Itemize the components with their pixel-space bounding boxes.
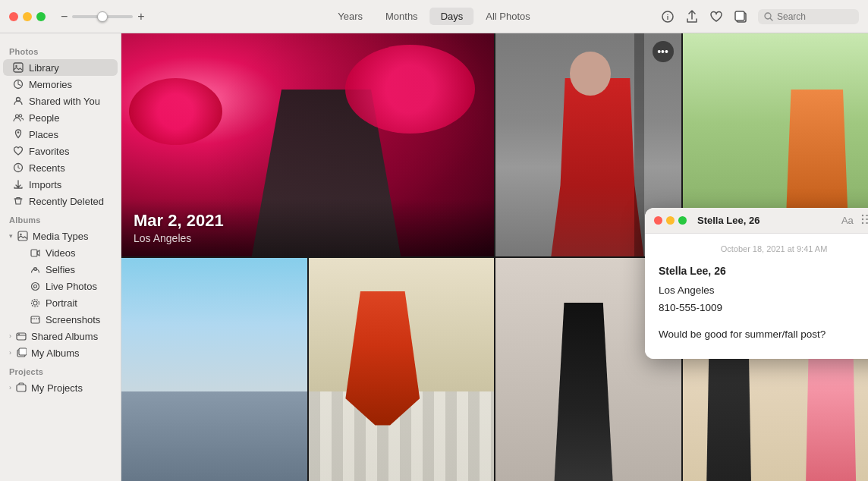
close-button[interactable] [9, 12, 18, 21]
tab-months[interactable]: Months [375, 8, 429, 25]
more-options-button[interactable]: ••• [653, 41, 674, 62]
search-box[interactable] [758, 9, 859, 24]
sidebar-item-shared-with-you[interactable]: Shared with You [3, 93, 118, 109]
svg-point-7 [15, 65, 17, 67]
sidebar-item-favorites[interactable]: Favorites [3, 143, 118, 159]
note-city: Los Angeles [659, 282, 868, 300]
photo-bottom-2[interactable] [309, 258, 495, 481]
traffic-lights [9, 12, 46, 21]
tab-years[interactable]: Years [327, 8, 373, 25]
share-icon[interactable] [685, 10, 699, 24]
selfies-label: Selfies [46, 264, 75, 275]
sidebar-item-imports[interactable]: Imports [3, 176, 118, 193]
svg-rect-14 [18, 231, 27, 240]
zoom-minus-button[interactable]: − [61, 11, 68, 23]
shared-with-you-icon [12, 95, 24, 107]
my-projects-icon [16, 382, 28, 394]
library-icon [12, 61, 24, 74]
content-area: Mar 2, 2021 Los Angeles ••• [121, 33, 868, 481]
portrait-label: Portrait [46, 297, 77, 309]
selfies-icon [29, 263, 41, 275]
favorite-icon[interactable] [709, 10, 723, 24]
svg-point-10 [16, 115, 19, 118]
library-label: Library [29, 62, 59, 74]
sidebar-item-people[interactable]: People [3, 109, 118, 126]
featured-overlay: Mar 2, 2021 Los Angeles [121, 199, 494, 256]
places-label: Places [29, 129, 58, 140]
note-close-button[interactable] [654, 216, 662, 225]
photos-section-label: Photos [0, 41, 121, 59]
info-icon[interactable]: i [661, 10, 675, 24]
my-albums-icon [16, 347, 28, 359]
people-icon [12, 112, 24, 124]
sidebar-item-places[interactable]: Places [3, 126, 118, 143]
live-photos-label: Live Photos [46, 281, 97, 292]
shared-albums-icon [16, 330, 28, 342]
svg-rect-22 [31, 316, 39, 323]
media-types-icon [17, 230, 30, 242]
search-input[interactable] [777, 11, 853, 22]
note-toolbar-icons: Aa >> [841, 214, 868, 227]
favorites-label: Favorites [29, 146, 69, 157]
sidebar-item-selfies[interactable]: Selfies [20, 261, 118, 278]
note-maximize-button[interactable] [678, 216, 687, 225]
main-layout: Photos Library Memories [0, 33, 868, 481]
minimize-button[interactable] [23, 12, 32, 21]
sidebar-item-recently-deleted[interactable]: Recently Deleted [3, 193, 118, 209]
zoom-plus-button[interactable]: + [137, 11, 144, 23]
sidebar-item-media-types[interactable]: ▾ Media Types [3, 228, 118, 244]
imports-icon [12, 178, 24, 190]
list-button[interactable] [861, 214, 868, 227]
sidebar-item-videos[interactable]: Videos [20, 244, 118, 261]
featured-photo[interactable]: Mar 2, 2021 Los Angeles [121, 33, 494, 256]
tab-all-photos[interactable]: All Photos [475, 8, 541, 25]
people-label: People [29, 112, 59, 124]
sidebar-item-library[interactable]: Library [3, 59, 118, 76]
videos-label: Videos [46, 247, 76, 259]
note-name-line: Stella Lee, 26 [659, 263, 868, 281]
svg-point-24 [18, 334, 20, 335]
svg-point-11 [19, 115, 21, 117]
chevron-down-icon: ▾ [9, 232, 13, 240]
svg-rect-16 [31, 250, 37, 256]
my-albums-label: My Albums [31, 347, 80, 359]
my-projects-label: My Projects [31, 382, 83, 394]
svg-point-19 [33, 285, 36, 288]
svg-rect-26 [19, 348, 27, 355]
zoom-slider[interactable] [72, 15, 133, 18]
titlebar: − + Years Months Days All Photos i [0, 0, 868, 33]
zoom-thumb[interactable] [97, 11, 108, 22]
sidebar-item-shared-albums[interactable]: › Shared Albums [3, 328, 118, 344]
font-button[interactable]: Aa [841, 215, 854, 226]
memories-icon [12, 78, 24, 90]
sidebar-item-screenshots[interactable]: Screenshots [20, 311, 118, 328]
photo-bottom-1[interactable] [121, 258, 307, 481]
videos-icon [29, 247, 41, 259]
svg-rect-23 [17, 333, 26, 340]
screenshots-icon [29, 313, 41, 325]
maximize-button[interactable] [36, 12, 46, 21]
duplicate-icon[interactable] [734, 10, 747, 24]
recently-deleted-label: Recently Deleted [29, 196, 104, 207]
sidebar-item-my-albums[interactable]: › My Albums [3, 344, 118, 361]
svg-line-5 [771, 18, 773, 20]
more-options-icon: ••• [657, 46, 668, 58]
shared-albums-label: Shared Albums [31, 331, 98, 342]
sidebar-item-recents[interactable]: Recents [3, 159, 118, 176]
svg-point-20 [31, 299, 39, 307]
sidebar-item-live-photos[interactable]: Live Photos [20, 278, 118, 294]
note-body: Stella Lee, 26 Los Angeles 810-555-1009 … [659, 263, 868, 344]
nav-tabs: Years Months Days All Photos [327, 8, 541, 25]
note-titlebar: Stella Lee, 26 Aa >> [645, 208, 868, 234]
note-minimize-button[interactable] [666, 216, 675, 225]
sidebar-item-my-projects[interactable]: › My Projects [3, 379, 118, 396]
imports-label: Imports [29, 179, 61, 190]
sidebar-item-portrait[interactable]: Portrait [20, 294, 118, 311]
photo-date: Mar 2, 2021 [134, 211, 482, 231]
svg-point-30 [862, 222, 863, 224]
tab-days[interactable]: Days [430, 8, 474, 25]
places-icon [12, 128, 24, 140]
chevron-right-icon2: › [9, 349, 11, 357]
svg-point-28 [862, 215, 863, 216]
sidebar-item-memories[interactable]: Memories [3, 76, 118, 93]
